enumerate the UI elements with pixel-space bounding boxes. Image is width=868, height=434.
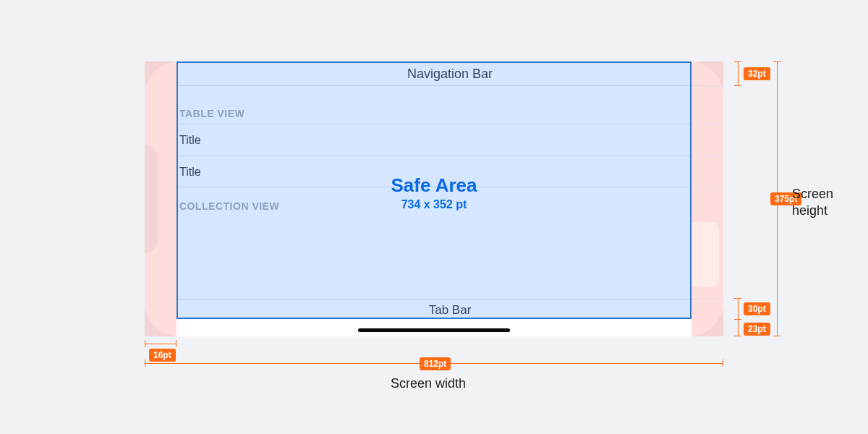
safe-area-overlay [176,61,692,319]
dim-tick [734,61,741,62]
dim-tick [145,359,145,367]
dim-tick [145,340,145,347]
home-indicator [358,328,510,332]
dim-line-side-margin [145,344,176,344]
dim-badge-navbar-height: 32pt [744,67,770,80]
dim-line-home-indicator-height [738,320,739,336]
axis-label-width: Screen width [391,376,466,391]
dim-tick [773,61,780,62]
dim-tick [773,336,780,336]
dim-line-tabbar-height [738,298,739,320]
dim-tick [734,298,741,299]
dim-tick [734,336,741,336]
dim-badge-screen-width: 812pt [420,357,451,370]
dim-tick [734,85,741,86]
device-diagram: Navigation Bar TABLE VIEW Title Title CO… [145,61,723,336]
dim-badge-tabbar-height: 30pt [744,302,770,315]
dim-line-navbar-height [738,61,739,86]
dim-badge-side-margin: 16pt [149,349,176,362]
dim-tick [176,340,176,347]
dim-tick [723,359,723,367]
dim-badge-home-indicator-height: 23pt [744,323,770,336]
axis-label-height: Screen height [792,186,857,218]
safe-margin-left [145,61,176,336]
